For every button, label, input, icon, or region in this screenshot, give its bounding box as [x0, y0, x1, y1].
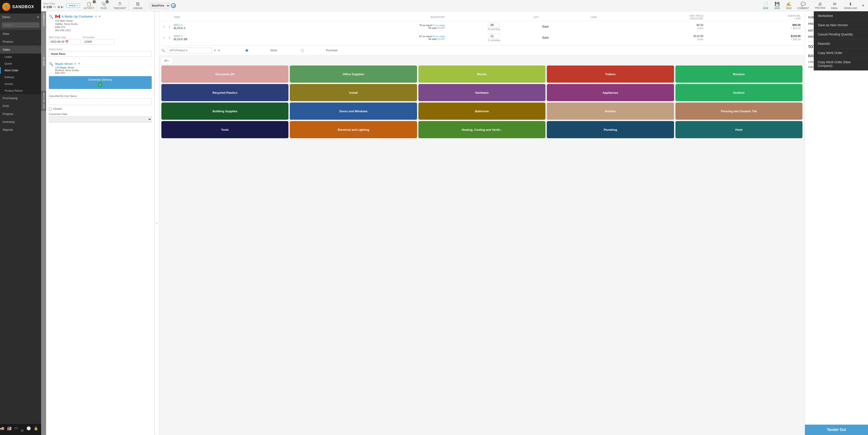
- search-ship-icon[interactable]: 🔍: [49, 62, 53, 66]
- product-tile-appliances[interactable]: Appliances: [547, 84, 674, 101]
- sidebar-item-pos[interactable]: POS: [0, 102, 41, 110]
- purchase-radio[interactable]: [280, 49, 325, 52]
- sidebar-item-finance[interactable]: Finance ›: [0, 38, 41, 46]
- product-tile-discounts-p[interactable]: Discounts (P): [161, 66, 288, 83]
- preview-button[interactable]: 🖨 PREVIEW: [812, 1, 828, 10]
- product-tile-tools[interactable]: Tools: [161, 121, 288, 138]
- add-product-icon[interactable]: +: [218, 48, 220, 53]
- settings-icon[interactable]: ⚙: [21, 429, 24, 433]
- product-tile-bathroom[interactable]: Bathroom: [418, 103, 546, 120]
- clock-icon[interactable]: 🕐: [26, 426, 31, 433]
- calendar-icon[interactable]: 📅: [65, 40, 68, 43]
- wo-date-field[interactable]: 2023-09-29 📅: [49, 39, 81, 44]
- stock-radio-label[interactable]: Stock: [224, 49, 277, 52]
- customer-add-icon[interactable]: +: [98, 14, 101, 19]
- dropdown-copy-wo-company[interactable]: Copy Work Order (New Company): [814, 58, 868, 70]
- lock-icon[interactable]: 🔒: [34, 426, 38, 433]
- factory-icon[interactable]: 🏭: [7, 426, 11, 433]
- dropdown-save-new-version[interactable]: Save as New Version: [814, 21, 868, 30]
- sidebar-item-delivery[interactable]: Delivery: [0, 74, 41, 80]
- product-tile-outdoor[interactable]: Outdoor: [675, 84, 802, 101]
- all-breadcrumb[interactable]: All ›: [161, 58, 172, 64]
- conversion-rate-select[interactable]: [49, 116, 152, 123]
- sidebar-item-sales[interactable]: Sales ˅: [0, 46, 41, 54]
- po-number-field[interactable]: 12345: [83, 39, 114, 44]
- cancelled-by-input[interactable]: [49, 98, 152, 105]
- timesheet-button[interactable]: ⏱ TIMESHEET: [111, 1, 129, 10]
- sidebar-item-projects[interactable]: Projects ›: [0, 110, 41, 118]
- product-tile-hardware[interactable]: Hardware: [418, 84, 546, 101]
- email-button[interactable]: ✉ EMAIL: [829, 1, 841, 10]
- product-tile-blocks[interactable]: Blocks: [418, 66, 546, 83]
- qty-input-2[interactable]: [488, 33, 499, 39]
- product-tile-recycled-plastics[interactable]: Recycled Plastics: [161, 84, 288, 101]
- purchase-radio-label[interactable]: Purchase: [280, 49, 338, 52]
- stock-radio[interactable]: [224, 49, 270, 52]
- closed-checkbox[interactable]: [49, 107, 52, 110]
- product-tile-doors-windows[interactable]: Doors and Windows: [290, 103, 417, 120]
- status-badge[interactable]: OPEN ▾: [66, 3, 80, 8]
- qty-input-1[interactable]: [488, 22, 499, 28]
- collapse-button[interactable]: ‹: [155, 11, 159, 435]
- save-button[interactable]: 💾 SAVE: [772, 1, 783, 10]
- sidebar-search-input[interactable]: [2, 22, 39, 28]
- product-tile-paint[interactable]: Paint: [675, 121, 802, 138]
- product-tile-trailers[interactable]: Trailers: [547, 66, 674, 83]
- nav-next-icon[interactable]: ▶: [61, 5, 64, 8]
- nav-prev-icon[interactable]: ◀: [57, 5, 60, 8]
- price-icon[interactable]: 📊: [171, 3, 176, 8]
- project-name-input[interactable]: [49, 51, 152, 57]
- drag-handle-icon[interactable]: ≡: [163, 36, 165, 39]
- item-code-0002[interactable]: 0002 ✏: [174, 35, 183, 38]
- sign-button[interactable]: ✍ SIGN: [783, 1, 794, 10]
- product-tile-heating-cooling[interactable]: Heating, Cooling and Ventil...: [418, 121, 546, 138]
- item-code-0001[interactable]: 0001 ✏: [174, 24, 183, 27]
- truck-icon[interactable]: 🚚: [0, 426, 4, 433]
- product-tile-plumbing[interactable]: Plumbing: [547, 121, 674, 138]
- demo-selector[interactable]: Demo ▾: [0, 13, 41, 21]
- dropdown-cancel-pending[interactable]: Cancel Pending Quantity: [814, 30, 868, 39]
- product-tile-office-supplies[interactable]: Office Supplies: [290, 66, 417, 83]
- sidebar-item-product-return[interactable]: Product Return: [0, 88, 41, 94]
- product-tile-random[interactable]: Random: [675, 66, 802, 83]
- price-dropdown[interactable]: BasePrice: [149, 3, 170, 8]
- test-section-tab[interactable]: TEST SECTION: [41, 91, 46, 111]
- dropdown-worksheet[interactable]: Worksheet: [814, 11, 868, 21]
- activity-button[interactable]: 1 📋 ACTIVITY: [82, 1, 96, 10]
- filter-icon[interactable]: ≡: [214, 48, 216, 53]
- ship-add-icon[interactable]: +: [78, 61, 80, 66]
- product-tile-building-supplies[interactable]: Building Supplies: [161, 103, 288, 120]
- dropdown-copy-wo[interactable]: Copy Work Order: [814, 48, 868, 58]
- drag-handle-icon[interactable]: ≡: [163, 25, 165, 29]
- product-search-input[interactable]: [167, 47, 212, 53]
- ship-to-tab[interactable]: SHIP TO: [41, 55, 46, 68]
- files-button[interactable]: 0 📎 FILES: [98, 1, 110, 10]
- product-tile-electrical-lighting[interactable]: Electrical and Lighting: [290, 121, 417, 138]
- product-tile-flooring-ceramic[interactable]: Flooring and Ceramic Tile: [675, 103, 802, 120]
- lineage-button[interactable]: ⛓ LINEAGE: [131, 1, 145, 10]
- customer-remove-icon[interactable]: ✕: [95, 15, 97, 18]
- sidebar-item-data[interactable]: Data ›: [0, 30, 41, 38]
- download-button[interactable]: ⬇ DOWNLOAD: [841, 1, 860, 10]
- ship-to-name[interactable]: Maple Street: [55, 62, 72, 66]
- ship-remove-icon[interactable]: ✕: [74, 62, 76, 66]
- more-button[interactable]: ▾: [860, 1, 866, 10]
- generate-delivery-button[interactable]: Generate Delivery +: [49, 76, 152, 89]
- sidebar-item-purchasing[interactable]: Purchasing ›: [0, 94, 41, 102]
- sidebar-item-inventory[interactable]: Inventory ›: [0, 118, 41, 126]
- sidebar-item-leads[interactable]: Leads: [0, 54, 41, 60]
- sidebar-item-work-order[interactable]: Work Order: [0, 67, 41, 74]
- tender-out-button[interactable]: Tender Out: [805, 425, 868, 435]
- comment-button[interactable]: 💬 COMMENT: [795, 1, 812, 10]
- sidebar-item-invoice[interactable]: Invoice: [0, 80, 41, 88]
- customer-name[interactable]: A Made Up Customer: [61, 15, 93, 18]
- archive-icon[interactable]: 🗃: [14, 426, 18, 433]
- dropdown-deposits[interactable]: Deposits: [814, 39, 868, 48]
- sidebar-item-quote[interactable]: Quote: [0, 60, 41, 67]
- search-customer-icon[interactable]: 🔍: [49, 14, 53, 19]
- sidebar-item-reports[interactable]: Reports: [0, 126, 41, 134]
- new-button[interactable]: 📄 NEW: [761, 1, 771, 10]
- product-tile-install[interactable]: Install: [290, 84, 417, 101]
- product-tile-kitchen[interactable]: Kitchen: [547, 103, 674, 120]
- customer-tab[interactable]: CUSTOMER: [41, 11, 46, 28]
